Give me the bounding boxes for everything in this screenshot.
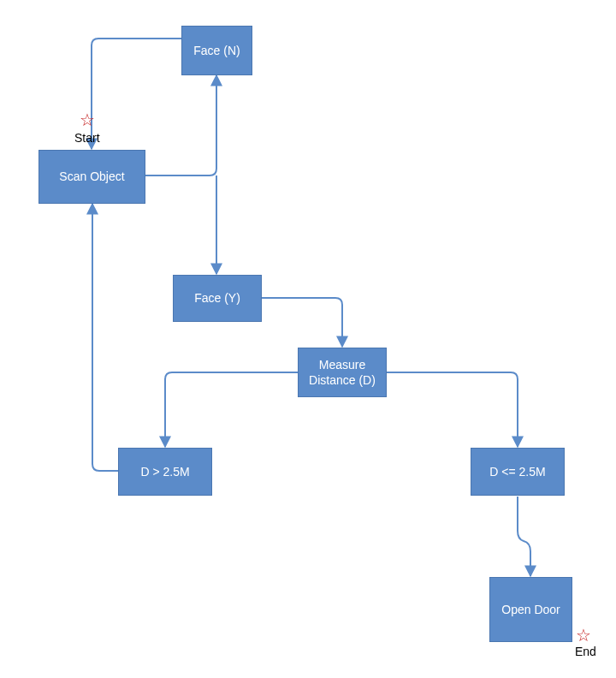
end-label: End: [575, 645, 596, 658]
node-face-y: Face (Y): [173, 275, 262, 322]
star-icon: ☆: [80, 111, 95, 128]
node-measure-distance-label: Measure Distance (D): [305, 357, 379, 388]
node-measure-distance: Measure Distance (D): [298, 348, 387, 397]
node-face-n: Face (N): [181, 26, 252, 75]
node-face-y-label: Face (Y): [194, 290, 240, 306]
node-d-gt-label: D > 2.5M: [140, 464, 189, 479]
node-d-gt: D > 2.5M: [118, 448, 212, 496]
node-scan-object: Scan Object: [38, 150, 145, 204]
start-label: Start: [74, 131, 100, 145]
node-open-door-label: Open Door: [501, 602, 560, 617]
node-d-lte-label: D <= 2.5M: [489, 464, 545, 479]
node-open-door: Open Door: [489, 577, 572, 642]
node-face-n-label: Face (N): [193, 43, 240, 58]
node-scan-object-label: Scan Object: [59, 169, 124, 184]
star-icon: ☆: [576, 627, 591, 644]
node-d-lte: D <= 2.5M: [471, 448, 565, 496]
